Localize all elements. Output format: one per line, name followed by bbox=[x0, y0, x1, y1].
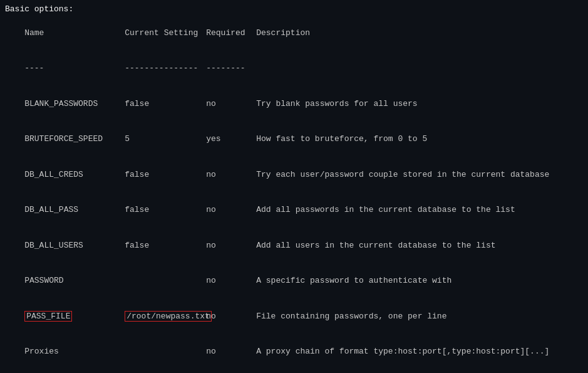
basic-options-label: Basic options: bbox=[5, 4, 583, 16]
table-row: DB_ALL_PASSfalsenoAdd all passwords in t… bbox=[5, 193, 583, 229]
table-row-pass-file: PASS_FILE/root/newpass.txtnoFile contain… bbox=[5, 299, 583, 335]
sep-name: ---- bbox=[24, 63, 125, 75]
table-header: NameCurrent SettingRequiredDescription bbox=[5, 16, 583, 51]
sep-setting: --------------- bbox=[125, 63, 206, 75]
table-separator: --------------------------- bbox=[5, 51, 583, 87]
table-row-rhosts: RHOSTS192.168.157.130yesThe target addre… bbox=[5, 370, 583, 373]
terminal: Basic options: NameCurrent SettingRequir… bbox=[0, 0, 588, 373]
col-setting: Current Setting bbox=[125, 28, 206, 39]
col-name: Name bbox=[24, 28, 125, 39]
table-row: DB_ALL_CREDSfalsenoTry each user/passwor… bbox=[5, 157, 583, 193]
table-row: BLANK_PASSWORDSfalsenoTry blank password… bbox=[5, 87, 583, 122]
col-required: Required bbox=[206, 28, 256, 39]
table-row: PASSWORDnoA specific password to authent… bbox=[5, 264, 583, 300]
table-row: DB_ALL_USERSfalsenoAdd all users in the … bbox=[5, 228, 583, 264]
table-row: ProxiesnoA proxy chain of format type:ho… bbox=[5, 335, 583, 370]
col-desc: Description bbox=[256, 28, 310, 39]
table-row: BRUTEFORCE_SPEED5yesHow fast to brutefor… bbox=[5, 122, 583, 157]
sep-required: -------- bbox=[206, 63, 256, 75]
